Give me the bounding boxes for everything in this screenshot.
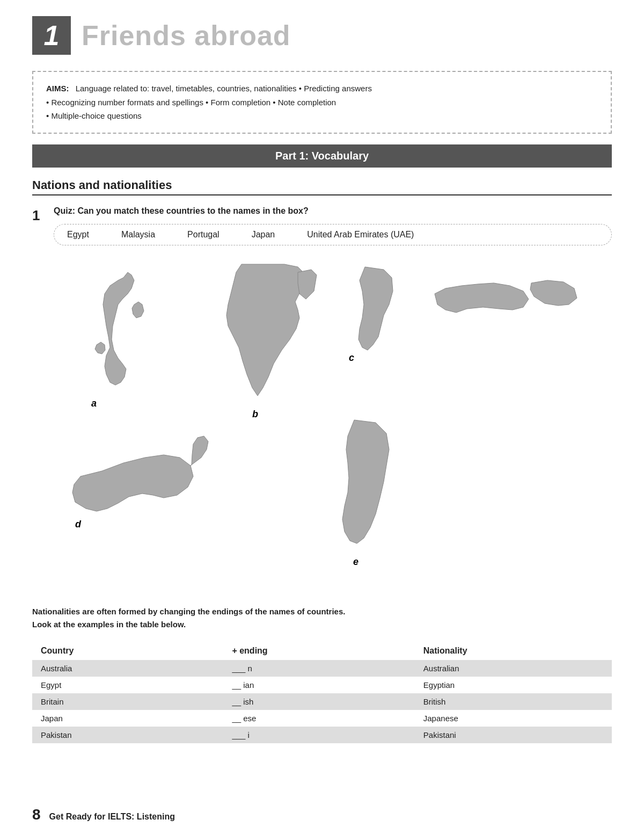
map-label-b: b: [252, 409, 258, 419]
aims-box: AIMS: Language related to: travel, timet…: [32, 71, 612, 134]
footer-text: Get Ready for IELTS: Listening: [49, 812, 175, 822]
cell-nationality: British: [415, 693, 612, 710]
map-portugal-small: [358, 267, 393, 350]
aims-line-2: • Recognizing number formats and spellin…: [46, 98, 336, 107]
map-label-a: a: [91, 398, 97, 409]
countries-box: Egypt Malaysia Portugal Japan United Ara…: [54, 224, 612, 245]
map-label-d: d: [75, 519, 82, 530]
cell-nationality: Pakistani: [415, 727, 612, 743]
nationality-note-line2: Look at the examples in the table below.: [32, 620, 186, 629]
chapter-title: Friends abroad: [82, 19, 291, 52]
maps-area: a b c d e: [32, 256, 612, 589]
cell-nationality: Japanese: [415, 710, 612, 727]
table-header: Country + ending Nationality: [32, 642, 612, 660]
page-number: 8: [32, 806, 41, 823]
table: Country + ending Nationality Australia _…: [32, 642, 612, 743]
map-portugal: e: [342, 420, 389, 567]
nationality-note-line1: Nationalities are often formed by changi…: [32, 607, 345, 616]
cell-country: Japan: [32, 710, 223, 727]
cell-ending: __ ish: [223, 693, 414, 710]
cell-country: Britain: [32, 693, 223, 710]
cell-ending: __ ian: [223, 677, 414, 693]
cell-ending: ___ i: [223, 727, 414, 743]
exercise-number: 1: [32, 207, 40, 224]
map-uae: d: [72, 436, 208, 530]
nationality-note: Nationalities are often formed by changi…: [32, 605, 612, 631]
table-row: Japan __ ese Japanese: [32, 710, 612, 727]
country-uae: United Arab Emirates (UAE): [307, 230, 414, 240]
table-row: Pakistan ___ i Pakistani: [32, 727, 612, 743]
cell-country: Egypt: [32, 677, 223, 693]
map-label-e: e: [353, 556, 358, 567]
country-malaysia: Malaysia: [121, 230, 155, 240]
country-egypt: Egypt: [67, 230, 89, 240]
col-header-country: Country: [32, 642, 223, 660]
cell-country: Pakistan: [32, 727, 223, 743]
cell-nationality: Australian: [415, 660, 612, 677]
section-heading: Nations and nationalities: [32, 178, 612, 195]
cell-ending: ___ n: [223, 660, 414, 677]
cell-ending: __ ese: [223, 710, 414, 727]
chapter-number: 1: [32, 16, 71, 55]
maps-svg: a b c d e: [32, 256, 612, 589]
table-row: Britain __ ish British: [32, 693, 612, 710]
map-japan: a: [91, 272, 144, 409]
exercise-question: Quiz: Can you match these countries to t…: [54, 206, 612, 216]
cell-nationality: Egyptian: [415, 677, 612, 693]
map-malaysia-top: [435, 280, 577, 313]
cell-country: Australia: [32, 660, 223, 677]
aims-label: AIMS:: [46, 84, 69, 93]
country-japan: Japan: [252, 230, 275, 240]
country-portugal: Portugal: [187, 230, 219, 240]
nationality-table: Country + ending Nationality Australia _…: [32, 642, 612, 743]
col-header-ending: + ending: [223, 642, 414, 660]
col-header-nationality: Nationality: [415, 642, 612, 660]
aims-line-3: • Multiple-choice questions: [46, 111, 142, 120]
aims-line-1: Language related to: travel, timetables,…: [76, 84, 372, 93]
part-banner: Part 1: Vocabulary: [32, 144, 612, 168]
table-row: Australia ___ n Australian: [32, 660, 612, 677]
page-header: 1 Friends abroad: [0, 0, 644, 66]
table-body: Australia ___ n Australian Egypt __ ian …: [32, 660, 612, 743]
page-footer: 8 Get Ready for IELTS: Listening: [32, 806, 175, 823]
map-label-c: c: [349, 352, 354, 363]
map-egypt: b: [226, 264, 317, 419]
table-row: Egypt __ ian Egyptian: [32, 677, 612, 693]
exercise-1: 1 Quiz: Can you match these countries to…: [0, 206, 644, 224]
